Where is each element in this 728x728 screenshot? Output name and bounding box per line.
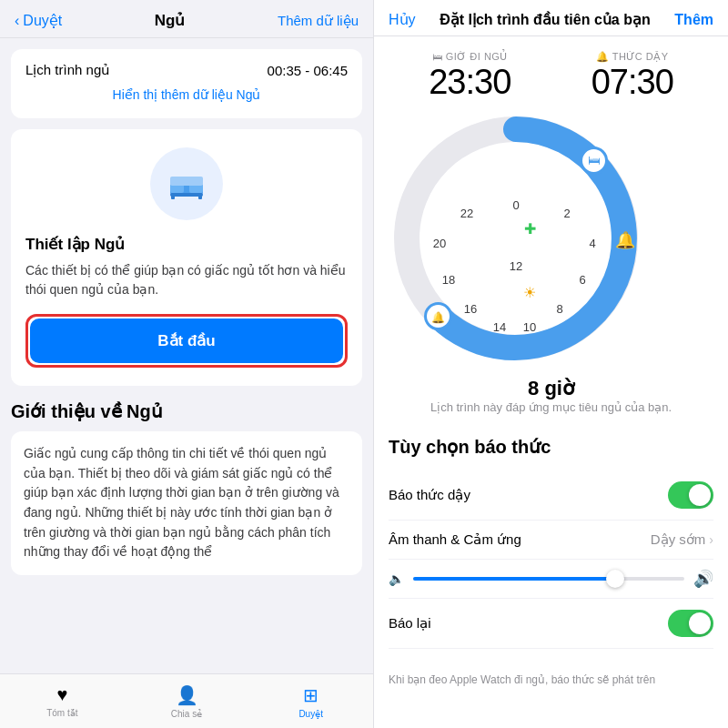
sleep-schedule-label: Lịch trình ngủ — [25, 62, 110, 78]
note-text: Khi bạn đeo Apple Watch đi ngủ, báo thức… — [374, 663, 728, 697]
left-panel: ‹ Duyệt Ngủ Thêm dữ liệu Lịch trình ngủ … — [0, 0, 373, 728]
bed-icon — [167, 164, 207, 204]
svg-text:🔔: 🔔 — [615, 230, 636, 250]
wake-alarm-row: Báo thức dậy — [389, 470, 713, 521]
svg-text:14: 14 — [493, 320, 506, 334]
snooze-toggle[interactable] — [668, 610, 713, 637]
share-icon: 👤 — [176, 684, 198, 706]
sleep-schedule-time: 00:35 - 06:45 — [268, 63, 348, 78]
svg-text:10: 10 — [523, 320, 536, 334]
alarm-options-title: Tùy chọn báo thức — [389, 436, 713, 458]
back-chevron-icon: ‹ — [15, 13, 19, 29]
svg-text:12: 12 — [510, 259, 522, 273]
sleep-schedule-card: Lịch trình ngủ 00:35 - 06:45 Hiển thị th… — [11, 49, 362, 118]
setup-title: Thiết lập Ngủ — [25, 235, 125, 254]
sound-value: Dậy sớm › — [651, 531, 713, 548]
left-title: Ngủ — [62, 11, 278, 30]
volume-fill — [413, 577, 617, 581]
start-button[interactable]: Bắt đầu — [30, 318, 343, 363]
intro-text: Giấc ngủ cung cấp thông tin chi tiết về … — [11, 431, 362, 575]
volume-row: 🔈 🔊 — [389, 560, 713, 599]
svg-text:16: 16 — [464, 302, 477, 316]
svg-rect-4 — [170, 177, 203, 186]
svg-text:✚: ✚ — [524, 221, 536, 237]
browse-icon: ⊞ — [303, 684, 318, 706]
right-panel: Hủy Đặt lịch trình đầu tiên của bạn Thêm… — [373, 0, 728, 728]
heart-icon: ♥ — [56, 684, 67, 705]
sound-chevron-icon: › — [709, 532, 713, 547]
sound-label: Âm thanh & Cảm ứng — [389, 531, 521, 548]
add-data-button[interactable]: Thêm dữ liệu — [278, 13, 359, 29]
svg-text:0: 0 — [512, 198, 519, 212]
volume-thumb — [606, 570, 624, 588]
bell-label-icon: 🔔 — [596, 51, 612, 62]
back-button[interactable]: ‹ Duyệt — [15, 12, 62, 29]
start-button-wrapper: Bắt đầu — [25, 314, 348, 368]
time-row: 🛏 GIỜ ĐI NGỦ 23:30 🔔 THỨC DẬY 07:30 — [389, 51, 713, 102]
left-content: Lịch trình ngủ 00:35 - 06:45 Hiển thị th… — [0, 38, 373, 673]
bed-time-value[interactable]: 23:30 — [429, 63, 511, 102]
snooze-row: Báo lại — [389, 599, 713, 649]
svg-text:22: 22 — [460, 207, 473, 220]
bed-icon-circle — [150, 147, 223, 220]
wake-time-label: 🔔 THỨC DẬY — [592, 51, 673, 63]
back-label[interactable]: Duyệt — [23, 12, 62, 29]
bed-time-col: 🛏 GIỜ ĐI NGỦ 23:30 — [429, 51, 511, 102]
svg-rect-6 — [198, 195, 202, 199]
intro-title: Giới thiệu về Ngủ — [11, 400, 362, 422]
right-nav: Hủy Đặt lịch trình đầu tiên của bạn Thêm — [374, 0, 728, 36]
wake-alarm-label: Báo thức dậy — [389, 487, 470, 503]
svg-text:🛏: 🛏 — [588, 153, 601, 167]
alarm-options-section: Tùy chọn báo thức Báo thức dậy Âm thanh … — [374, 421, 728, 663]
bottom-tab-bar: ♥ Tóm tắt 👤 Chia sẻ ⊞ Duyệt — [0, 673, 373, 728]
sleep-clock[interactable]: 🛏 🔔 0 2 4 6 8 10 — [389, 111, 643, 366]
sleep-duration-desc: Lịch trình này đáp ứng mục tiêu ngủ của … — [389, 400, 713, 414]
left-nav: ‹ Duyệt Ngủ Thêm dữ liệu — [0, 0, 373, 38]
svg-text:2: 2 — [563, 207, 570, 220]
sleep-hours: 8 giờ — [389, 377, 713, 400]
svg-text:20: 20 — [433, 237, 446, 250]
svg-rect-5 — [171, 195, 175, 199]
tab-chiase-label: Chia sẻ — [171, 709, 202, 719]
svg-text:18: 18 — [442, 273, 455, 287]
bed-time-label: 🛏 GIỜ ĐI NGỦ — [429, 51, 511, 63]
wake-alarm-toggle[interactable] — [668, 481, 713, 509]
right-title: Đặt lịch trình đầu tiên của bạn — [416, 11, 675, 28]
sound-row[interactable]: Âm thanh & Cảm ứng Dậy sớm › — [389, 521, 713, 560]
volume-slider[interactable] — [413, 577, 684, 581]
bed-icon: 🛏 — [432, 51, 446, 62]
sleep-schedule-row: Lịch trình ngủ 00:35 - 06:45 — [25, 62, 348, 78]
clock-wrapper: 🛏 🔔 0 2 4 6 8 10 — [389, 111, 713, 369]
volume-low-icon: 🔈 — [389, 571, 404, 586]
setup-desc: Các thiết bị có thể giúp bạn có giấc ngủ… — [25, 261, 348, 299]
svg-text:6: 6 — [579, 273, 585, 287]
svg-text:🔔: 🔔 — [431, 310, 445, 324]
svg-text:8: 8 — [556, 302, 562, 316]
svg-rect-3 — [170, 193, 203, 197]
tab-chiase[interactable]: 👤 Chia sẻ — [125, 674, 249, 728]
tab-tomtat[interactable]: ♥ Tóm tắt — [0, 674, 125, 728]
tab-tomtat-label: Tóm tắt — [46, 708, 77, 718]
volume-high-icon: 🔊 — [693, 569, 713, 589]
svg-text:4: 4 — [589, 237, 595, 250]
setup-card: Thiết lập Ngủ Các thiết bị có thể giúp b… — [11, 129, 362, 386]
sleep-duration: 8 giờ Lịch trình này đáp ứng mục tiêu ng… — [389, 377, 713, 414]
tab-duyet-label: Duyệt — [298, 709, 323, 719]
clock-section: 🛏 GIỜ ĐI NGỦ 23:30 🔔 THỨC DẬY 07:30 — [374, 36, 728, 421]
wake-time-col: 🔔 THỨC DẬY 07:30 — [592, 51, 673, 102]
intro-section: Giới thiệu về Ngủ Giấc ngủ cung cấp thôn… — [0, 386, 373, 575]
snooze-label: Báo lại — [389, 615, 431, 632]
show-more-link[interactable]: Hiển thị thêm dữ liệu Ngủ — [25, 78, 348, 106]
cancel-button[interactable]: Hủy — [389, 11, 416, 28]
wake-time-value[interactable]: 07:30 — [592, 63, 673, 102]
tab-duyet[interactable]: ⊞ Duyệt — [248, 674, 373, 728]
them-button[interactable]: Thêm — [674, 12, 713, 28]
svg-text:☀: ☀ — [523, 285, 536, 300]
right-content: 🛏 GIỜ ĐI NGỦ 23:30 🔔 THỨC DẬY 07:30 — [374, 36, 728, 728]
